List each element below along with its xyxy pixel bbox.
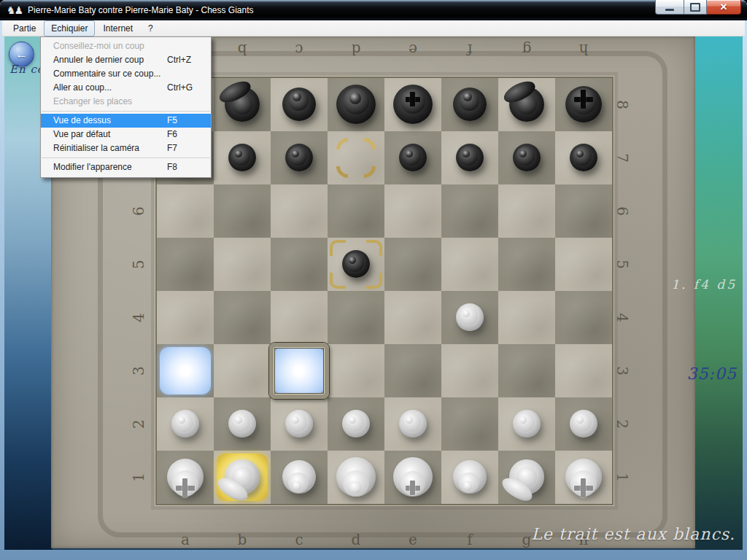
menu-item[interactable]: Echanger les places <box>41 95 211 109</box>
square-a5[interactable] <box>157 238 214 291</box>
caption-buttons: ✕ <box>655 0 741 15</box>
square-f5[interactable] <box>441 238 498 291</box>
square-f6[interactable] <box>441 184 498 238</box>
menu-separator <box>42 158 210 158</box>
menu-separator <box>42 111 210 112</box>
menubar-item-partie[interactable]: Partie <box>6 20 43 36</box>
menu-item[interactable]: Vue par défautF6 <box>41 128 211 141</box>
menu-item[interactable]: Commentaire sur ce coup... <box>41 67 211 81</box>
close-icon: ✕ <box>720 1 728 12</box>
piece-white-queen-d1[interactable] <box>328 451 384 504</box>
highlight-last-move-origin-d7[interactable] <box>328 131 384 184</box>
close-button[interactable]: ✕ <box>707 0 741 15</box>
square-h5[interactable] <box>555 238 612 291</box>
menubar-item-internet[interactable]: Internet <box>96 20 140 36</box>
piece-black-bishop-c8[interactable] <box>271 78 328 131</box>
square-a6[interactable] <box>157 184 214 238</box>
square-c5[interactable] <box>271 238 328 291</box>
piece-white-king-e1[interactable] <box>384 451 441 504</box>
menu-item[interactable]: Annuler le dernier coupCtrl+Z <box>41 53 211 67</box>
piece-black-king-e8[interactable] <box>384 78 441 131</box>
title-bar[interactable]: ♞♟ Pierre-Marie Baty contre Pierre-Marie… <box>0 0 747 20</box>
menu-item-shortcut: F8 <box>167 160 177 174</box>
piece-white-pawn-c2[interactable] <box>271 397 328 451</box>
square-f3[interactable] <box>441 344 498 397</box>
menu-item-shortcut: F7 <box>167 141 177 155</box>
hover-target-frame <box>269 343 329 399</box>
piece-white-knight-g1[interactable] <box>498 451 555 504</box>
menu-item-shortcut: Ctrl+Z <box>167 53 191 67</box>
square-d3[interactable] <box>328 344 384 397</box>
square-e3[interactable] <box>384 344 441 397</box>
piece-white-knight-b1[interactable] <box>214 451 271 504</box>
square-b4[interactable] <box>214 291 271 344</box>
menu-item[interactable]: Réinitialiser la caméraF7 <box>41 141 211 155</box>
piece-black-pawn-d5[interactable] <box>328 238 384 291</box>
menu-item[interactable]: Conseillez-moi un coup <box>41 39 211 53</box>
square-g6[interactable] <box>498 184 555 238</box>
square-e4[interactable] <box>384 291 441 344</box>
square-h3[interactable] <box>555 344 612 397</box>
file-label-bottom-c: c <box>271 531 328 548</box>
square-d4[interactable] <box>328 291 384 344</box>
piece-black-pawn-c7[interactable] <box>271 131 328 184</box>
piece-black-bishop-f8[interactable] <box>441 78 498 131</box>
square-b6[interactable] <box>214 184 271 238</box>
piece-black-pawn-e7[interactable] <box>384 131 441 184</box>
square-h6[interactable] <box>555 184 612 238</box>
square-g4[interactable] <box>498 291 555 344</box>
piece-black-rook-h8[interactable] <box>555 78 612 131</box>
maximize-icon <box>690 3 700 12</box>
file-label-bottom-a: a <box>157 531 214 548</box>
highlight-move-blue-a3[interactable] <box>157 344 214 397</box>
menu-item[interactable]: Modifier l'apparenceF8 <box>41 160 211 174</box>
menu-item[interactable]: Aller au coup...Ctrl+G <box>41 81 211 95</box>
menubar-item-?[interactable]: ? <box>141 20 160 36</box>
file-label-top-b: b <box>214 41 271 58</box>
square-d6[interactable] <box>328 184 384 238</box>
file-label-top-d: d <box>328 41 384 58</box>
piece-white-rook-a1[interactable] <box>157 451 214 504</box>
piece-white-pawn-f4[interactable] <box>441 291 498 344</box>
menu-item-label: Vue de dessus <box>53 115 111 125</box>
piece-black-pawn-b7[interactable] <box>214 131 271 184</box>
piece-white-pawn-e2[interactable] <box>384 397 441 451</box>
menubar-item-echiquier[interactable]: Echiquier <box>44 20 95 36</box>
piece-black-knight-g8[interactable] <box>498 78 555 131</box>
piece-white-pawn-a2[interactable] <box>157 397 214 451</box>
square-a4[interactable] <box>157 291 214 344</box>
square-g3[interactable] <box>498 344 555 397</box>
menu-item-label: Commentaire sur ce coup... <box>53 69 160 79</box>
file-label-bottom-d: d <box>328 531 384 548</box>
piece-black-pawn-h7[interactable] <box>555 131 612 184</box>
piece-white-pawn-b2[interactable] <box>214 397 271 451</box>
square-b3[interactable] <box>214 344 271 397</box>
piece-black-pawn-f7[interactable] <box>441 131 498 184</box>
piece-white-bishop-f1[interactable] <box>441 451 498 504</box>
square-f2[interactable] <box>441 397 498 451</box>
maximize-button[interactable] <box>684 0 707 15</box>
menu-item-shortcut: Ctrl+G <box>167 81 193 95</box>
square-g5[interactable] <box>498 238 555 291</box>
piece-white-pawn-d2[interactable] <box>328 397 384 451</box>
square-b5[interactable] <box>214 238 271 291</box>
minimize-button[interactable] <box>655 0 684 15</box>
square-c6[interactable] <box>271 184 328 238</box>
square-e6[interactable] <box>384 184 441 238</box>
highlight-move-blue-framed-c3[interactable] <box>271 344 328 397</box>
menu-item-label: Conseillez-moi un coup <box>53 41 144 51</box>
menubar: PartieEchiquierInternet? <box>2 20 745 36</box>
menu-item[interactable]: Vue de dessusF5 <box>41 114 211 128</box>
piece-black-queen-d8[interactable] <box>328 78 384 131</box>
piece-black-knight-b8[interactable] <box>214 78 271 131</box>
square-c4[interactable] <box>271 291 328 344</box>
square-e5[interactable] <box>384 238 441 291</box>
square-h4[interactable] <box>555 291 612 344</box>
piece-white-pawn-h2[interactable] <box>555 397 612 451</box>
piece-white-bishop-c1[interactable] <box>271 451 328 504</box>
piece-white-rook-h1[interactable] <box>555 451 612 504</box>
menu-item-shortcut: F5 <box>167 114 177 128</box>
piece-white-pawn-g2[interactable] <box>498 397 555 451</box>
piece-black-pawn-g7[interactable] <box>498 131 555 184</box>
file-label-top-h: h <box>555 41 612 58</box>
